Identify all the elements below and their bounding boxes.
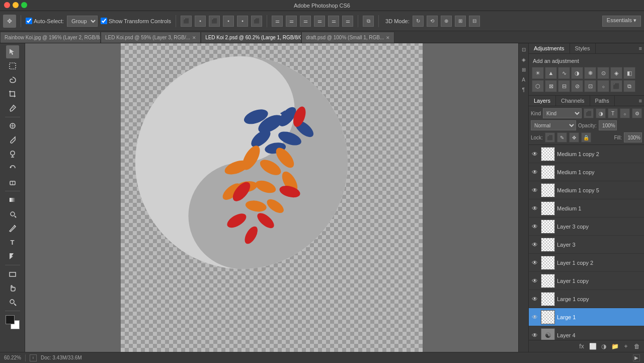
distribute-h-icon[interactable]: ⚌ bbox=[286, 16, 297, 27]
delete-layer-button[interactable]: 🗑 bbox=[632, 342, 642, 351]
layer-visibility-toggle[interactable]: 👁 bbox=[531, 313, 539, 321]
dodge-tool[interactable] bbox=[6, 207, 19, 221]
layer-adj-button[interactable]: ◑ bbox=[599, 342, 609, 351]
tab-layers[interactable]: Layers bbox=[529, 96, 556, 106]
layer-item[interactable]: 👁Medium 1 bbox=[529, 199, 644, 217]
layer-visibility-toggle[interactable]: 👁 bbox=[531, 168, 539, 176]
tab-1[interactable]: LED Koi.psd @ 59% (Layer 3, RGB/... ✕ bbox=[101, 32, 201, 43]
invert-icon[interactable]: ⊘ bbox=[571, 80, 583, 92]
hand-tool[interactable] bbox=[6, 281, 19, 295]
layer-visibility-toggle[interactable]: 👁 bbox=[531, 241, 539, 249]
colorbalance-icon[interactable]: ◈ bbox=[610, 67, 622, 79]
panel-char-icon[interactable]: A bbox=[520, 76, 528, 84]
filter-shape-icon[interactable]: ⬦ bbox=[620, 108, 630, 118]
panel-3d-icon[interactable]: ⊞ bbox=[520, 65, 528, 74]
tab-close-3[interactable]: ✕ bbox=[386, 35, 390, 40]
tab-paths[interactable]: Paths bbox=[590, 96, 615, 106]
select-tool[interactable] bbox=[6, 45, 19, 58]
layers-menu-icon[interactable]: ≡ bbox=[637, 96, 644, 106]
panel-para-icon[interactable]: ¶ bbox=[520, 86, 528, 94]
filter-smart-icon[interactable]: ⚙ bbox=[632, 108, 642, 118]
layer-item[interactable]: 👁Large 1 bbox=[529, 308, 644, 326]
tab-close-1[interactable]: ✕ bbox=[192, 35, 196, 40]
clone-stamp-tool[interactable] bbox=[6, 148, 19, 161]
distribute-top-icon[interactable]: ⚌ bbox=[314, 16, 325, 27]
layer-item[interactable]: 👁Medium 1 copy bbox=[529, 163, 644, 181]
layer-item[interactable]: 👁Layer 3 copy bbox=[529, 217, 644, 236]
zoom-tool[interactable] bbox=[6, 296, 19, 309]
lock-transparent-icon[interactable]: ⬛ bbox=[545, 132, 555, 142]
align-bottom-icon[interactable]: ⬛ bbox=[251, 16, 262, 27]
color-swatches[interactable] bbox=[6, 315, 20, 329]
auto-select-dropdown[interactable]: Group bbox=[67, 16, 98, 27]
3d-zoom-icon[interactable]: ⊕ bbox=[441, 16, 452, 27]
layer-visibility-toggle[interactable]: 👁 bbox=[531, 295, 539, 303]
align-top-icon[interactable]: ▪ bbox=[223, 16, 234, 27]
layer-visibility-toggle[interactable]: 👁 bbox=[531, 186, 539, 194]
3d-extra-icon[interactable]: ⊟ bbox=[469, 16, 480, 27]
selectcolor-icon[interactable]: ⧉ bbox=[623, 80, 635, 92]
distribute-right-icon[interactable]: ⚌ bbox=[300, 16, 311, 27]
layer-fx-button[interactable]: fx bbox=[577, 342, 587, 351]
layer-visibility-toggle[interactable]: 👁 bbox=[531, 259, 539, 267]
path-select-tool[interactable] bbox=[6, 250, 19, 263]
lock-all-icon[interactable]: 🔒 bbox=[581, 132, 591, 142]
align-center-h-icon[interactable]: ▪ bbox=[195, 16, 206, 27]
distribute-left-icon[interactable]: ⚌ bbox=[272, 16, 283, 27]
layer-item[interactable]: 👁Large 1 copy bbox=[529, 290, 644, 308]
hsl-icon[interactable]: ⊙ bbox=[597, 67, 609, 79]
bw-icon[interactable]: ◧ bbox=[623, 67, 635, 79]
photof-icon[interactable]: ⬡ bbox=[532, 80, 544, 92]
layer-item[interactable]: 👁Medium 1 copy 5 bbox=[529, 181, 644, 199]
panel-adjustment-icon[interactable]: ⊡ bbox=[520, 45, 528, 53]
opacity-input[interactable] bbox=[599, 120, 617, 130]
move-tool-icon[interactable]: ✥ bbox=[3, 15, 16, 28]
auto-select-checkbox[interactable] bbox=[26, 18, 32, 24]
filter-pixel-icon[interactable]: ⬛ bbox=[584, 108, 594, 118]
healing-tool[interactable] bbox=[6, 119, 19, 132]
new-layer-button[interactable]: + bbox=[621, 342, 631, 351]
layer-visibility-toggle[interactable]: 👁 bbox=[531, 204, 539, 212]
type-tool[interactable]: T bbox=[6, 236, 19, 249]
close-button[interactable] bbox=[4, 2, 10, 8]
new-group-button[interactable]: 📁 bbox=[610, 342, 620, 351]
layer-item[interactable]: 👁Layer 1 copy bbox=[529, 272, 644, 290]
align-right-icon[interactable]: ⬛ bbox=[209, 16, 220, 27]
layer-visibility-toggle[interactable]: 👁 bbox=[531, 223, 539, 231]
fill-input[interactable] bbox=[624, 132, 642, 142]
gradmap-icon[interactable]: ⬛ bbox=[610, 80, 622, 92]
brightness-icon[interactable]: ☀ bbox=[532, 67, 544, 79]
posterize-icon[interactable]: ⊡ bbox=[584, 80, 596, 92]
distribute-v-icon[interactable]: ⚌ bbox=[328, 16, 339, 27]
3d-rotate-icon[interactable]: ↻ bbox=[413, 16, 424, 27]
3d-scale-icon[interactable]: ⊞ bbox=[455, 16, 466, 27]
tab-0[interactable]: Rainbow Koi.jpg @ 196% (Layer 2, RGB/8#.… bbox=[0, 32, 101, 43]
tab-2[interactable]: LED Koi 2.psd @ 60.2% (Large 1, RGB/8/CM… bbox=[201, 32, 301, 43]
brush-tool[interactable] bbox=[6, 133, 19, 147]
exposure-icon[interactable]: ◑ bbox=[571, 67, 583, 79]
layer-item[interactable]: 👁☯Layer 4 bbox=[529, 326, 644, 340]
panel-menu-icon[interactable]: ≡ bbox=[637, 43, 644, 53]
tab-3[interactable]: draft.psd @ 100% (Small 1, RGB... ✕ bbox=[301, 32, 394, 43]
eraser-tool[interactable] bbox=[6, 176, 19, 189]
channelmix-icon[interactable]: ⊠ bbox=[545, 80, 557, 92]
layer-visibility-toggle[interactable]: 👁 bbox=[531, 150, 539, 158]
colorlookup-icon[interactable]: ⊟ bbox=[558, 80, 570, 92]
align-center-v-icon[interactable]: ▪ bbox=[237, 16, 248, 27]
tab-styles[interactable]: Styles bbox=[570, 43, 596, 53]
filter-type-icon[interactable]: T bbox=[608, 108, 618, 118]
vibrance-icon[interactable]: ❋ bbox=[584, 67, 596, 79]
gradient-tool[interactable] bbox=[6, 193, 19, 206]
lock-image-icon[interactable]: ✎ bbox=[557, 132, 567, 142]
blend-mode-select[interactable]: Normal bbox=[531, 120, 576, 130]
layer-item[interactable]: 👁Layer 1 copy 2 bbox=[529, 254, 644, 272]
threshold-icon[interactable]: ⬦ bbox=[597, 80, 609, 92]
layer-item[interactable]: 👁Layer 3 bbox=[529, 236, 644, 254]
levels-icon[interactable]: ▲ bbox=[545, 67, 557, 79]
distribute-bottom-icon[interactable]: ⚌ bbox=[342, 16, 353, 27]
arrange-icon[interactable]: ⧉ bbox=[363, 16, 374, 27]
layer-item[interactable]: 👁Medium 1 copy 2 bbox=[529, 145, 644, 163]
marquee-tool[interactable] bbox=[6, 59, 19, 72]
lasso-tool[interactable] bbox=[6, 74, 19, 87]
layer-visibility-toggle[interactable]: 👁 bbox=[531, 277, 539, 285]
